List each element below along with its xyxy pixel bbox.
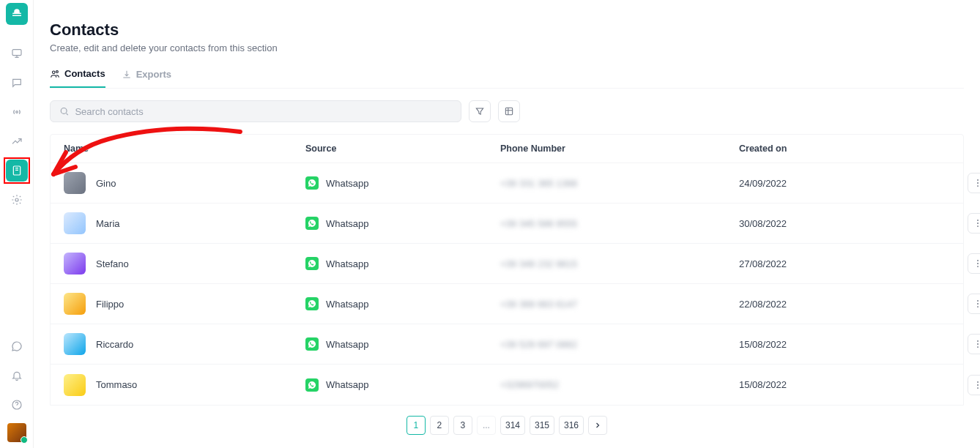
page-ellipsis: ... bbox=[477, 416, 496, 435]
whatsapp-source-icon bbox=[305, 337, 319, 351]
main-content: Contacts Create, edit and delete your co… bbox=[34, 0, 980, 448]
page-button[interactable]: 314 bbox=[500, 416, 525, 435]
contact-avatar bbox=[64, 172, 86, 194]
contact-name: Tommaso bbox=[96, 379, 137, 390]
svg-point-16 bbox=[977, 263, 979, 264]
page-button[interactable]: 315 bbox=[530, 416, 554, 435]
table-header: Name Source Phone Number Created on bbox=[51, 135, 963, 163]
filter-button[interactable] bbox=[469, 100, 491, 122]
svg-point-20 bbox=[977, 306, 979, 307]
contact-created: 22/08/2022 bbox=[739, 299, 944, 310]
row-menu-button[interactable] bbox=[968, 334, 980, 354]
svg-point-24 bbox=[977, 381, 979, 382]
col-name: Name bbox=[64, 143, 305, 154]
svg-rect-8 bbox=[505, 108, 512, 114]
tab-exports[interactable]: Exports bbox=[122, 68, 171, 88]
row-menu-button[interactable] bbox=[968, 213, 980, 234]
contact-created: 24/09/2022 bbox=[739, 178, 944, 189]
tabs: Contacts Exports bbox=[50, 68, 964, 89]
help-icon[interactable] bbox=[6, 394, 28, 416]
svg-point-13 bbox=[977, 223, 979, 224]
svg-point-21 bbox=[977, 340, 979, 342]
contact-phone: +39 331 365 1388 bbox=[500, 178, 739, 189]
svg-point-10 bbox=[977, 182, 979, 184]
contact-created: 15/08/2022 bbox=[739, 339, 944, 350]
whatsapp-source-icon bbox=[305, 297, 319, 310]
row-menu-button[interactable] bbox=[968, 253, 980, 274]
contact-phone: +39 529 697 0882 bbox=[500, 339, 739, 350]
svg-point-22 bbox=[977, 343, 979, 345]
contact-source: Whatsapp bbox=[326, 218, 369, 229]
table-row[interactable]: Tommaso Whatsapp +3296970052 15/08/2022 bbox=[51, 365, 963, 405]
toolbar bbox=[50, 100, 964, 122]
svg-point-25 bbox=[977, 384, 979, 386]
contact-source: Whatsapp bbox=[326, 299, 369, 310]
search-input[interactable] bbox=[75, 106, 452, 117]
table-row[interactable]: Riccardo Whatsapp +39 529 697 0882 15/08… bbox=[51, 324, 963, 365]
table-row[interactable]: Stefano Whatsapp +39 349 232 9815 27/08/… bbox=[51, 244, 963, 284]
svg-point-18 bbox=[977, 300, 979, 302]
contact-name: Filippo bbox=[96, 299, 124, 310]
contact-phone: +3296970052 bbox=[500, 379, 739, 390]
svg-point-26 bbox=[977, 387, 979, 389]
svg-rect-2 bbox=[13, 166, 20, 175]
contact-avatar bbox=[64, 293, 86, 315]
contact-avatar bbox=[64, 253, 86, 275]
svg-point-23 bbox=[977, 346, 979, 348]
contact-avatar bbox=[64, 212, 86, 234]
contact-source: Whatsapp bbox=[326, 379, 369, 390]
user-avatar[interactable] bbox=[7, 423, 26, 442]
contact-created: 27/08/2022 bbox=[739, 258, 944, 269]
app-logo[interactable] bbox=[6, 3, 28, 25]
bell-icon[interactable] bbox=[6, 365, 28, 387]
page-button[interactable]: 3 bbox=[453, 416, 472, 435]
row-menu-button[interactable] bbox=[968, 294, 980, 314]
contact-created: 15/08/2022 bbox=[739, 379, 944, 390]
page-subtitle: Create, edit and delete your contacts fr… bbox=[50, 42, 964, 53]
whatsapp-source-icon bbox=[305, 378, 319, 392]
row-menu-button[interactable] bbox=[968, 173, 980, 193]
row-menu-button[interactable] bbox=[968, 375, 980, 395]
contact-created: 30/08/2022 bbox=[739, 218, 944, 229]
contact-name: Maria bbox=[96, 218, 120, 229]
svg-point-12 bbox=[977, 220, 979, 221]
whatsapp-source-icon bbox=[305, 217, 319, 230]
svg-point-14 bbox=[977, 225, 979, 227]
svg-point-15 bbox=[977, 260, 979, 261]
contact-phone: +39 345 586 9555 bbox=[500, 218, 739, 229]
contact-phone: +39 349 232 9815 bbox=[500, 258, 739, 269]
contact-source: Whatsapp bbox=[326, 339, 369, 350]
page-button[interactable]: 2 bbox=[430, 416, 449, 435]
sidebar bbox=[0, 0, 34, 448]
svg-point-9 bbox=[977, 179, 979, 181]
table-row[interactable]: Maria Whatsapp +39 345 586 9555 30/08/20… bbox=[51, 204, 963, 244]
svg-point-6 bbox=[56, 70, 58, 72]
tab-label: Contacts bbox=[64, 68, 105, 79]
settings-icon[interactable] bbox=[6, 189, 28, 211]
svg-point-5 bbox=[53, 70, 56, 73]
whatsapp-source-icon bbox=[305, 257, 319, 270]
col-source: Source bbox=[305, 143, 500, 154]
page-button[interactable]: 316 bbox=[559, 416, 584, 435]
svg-rect-0 bbox=[12, 50, 21, 56]
whatsapp-icon[interactable] bbox=[6, 335, 28, 357]
svg-point-17 bbox=[977, 266, 979, 267]
monitor-icon[interactable] bbox=[6, 42, 28, 64]
page-button[interactable]: 1 bbox=[407, 416, 426, 435]
contact-name: Stefano bbox=[96, 258, 129, 269]
trend-icon[interactable] bbox=[6, 130, 28, 152]
contacts-icon[interactable] bbox=[6, 160, 28, 182]
svg-point-1 bbox=[15, 111, 18, 113]
search-box[interactable] bbox=[50, 100, 461, 122]
contact-name: Gino bbox=[96, 178, 116, 189]
columns-button[interactable] bbox=[498, 100, 520, 122]
page-next-button[interactable] bbox=[588, 416, 607, 435]
tab-contacts[interactable]: Contacts bbox=[50, 68, 105, 88]
chat-icon[interactable] bbox=[6, 72, 28, 94]
svg-point-11 bbox=[977, 185, 979, 187]
broadcast-icon[interactable] bbox=[6, 101, 28, 123]
table-row[interactable]: Gino Whatsapp +39 331 365 1388 24/09/202… bbox=[51, 163, 963, 204]
table-row[interactable]: Filippo Whatsapp +39 369 663 6147 22/08/… bbox=[51, 284, 963, 324]
contact-phone: +39 369 663 6147 bbox=[500, 299, 739, 310]
col-created: Created on bbox=[739, 143, 944, 154]
